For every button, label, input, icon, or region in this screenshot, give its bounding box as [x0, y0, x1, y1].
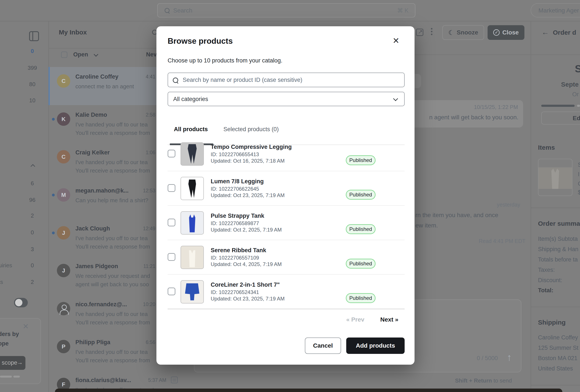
tab-selected-products[interactable]: Selected products (0) — [223, 126, 279, 133]
status-badge: Published — [346, 293, 376, 303]
back-arrow-icon[interactable]: ← — [542, 28, 549, 36]
conversation-time: 6:56 — [146, 339, 155, 345]
close-label: Close — [502, 29, 519, 36]
send-arrow-icon[interactable]: ↑ — [507, 352, 512, 363]
product-updated: Updated: Oct 16, 2025, 7:18 AM — [211, 158, 285, 164]
promo-dot — [0, 376, 12, 378]
item-text: S — [578, 161, 580, 168]
kebab-menu-icon[interactable] — [431, 27, 433, 36]
promo-close-icon[interactable]: ✕ — [23, 322, 29, 331]
rail-count[interactable]: 80 — [25, 81, 40, 88]
tab-all-products[interactable]: All products — [174, 126, 208, 133]
product-updated: Updated: Oct 23, 2025, 7:19 AM — [211, 192, 285, 198]
promo-line2: ope — [0, 340, 9, 347]
rail-count[interactable]: 96 — [25, 197, 40, 203]
rail-toggle[interactable] — [14, 298, 28, 307]
product-checkbox[interactable] — [168, 184, 175, 192]
product-id: ID: 10222706524341 — [211, 289, 259, 295]
product-image-blue-shorts — [180, 280, 204, 303]
char-counter: 0 / 5000 — [477, 355, 498, 362]
product-row[interactable]: Lumen 7/8 Legging ID: 10222706622645 Upd… — [168, 171, 405, 206]
product-checkbox[interactable] — [168, 219, 175, 226]
conversation-time: 10:20 — [143, 301, 155, 307]
read-receipt: Read 4:41 PM EDT — [479, 238, 526, 244]
order-panel-divider — [531, 21, 531, 392]
product-id: ID: 10222706655413 — [211, 151, 259, 157]
conversation-time: 1:06 — [146, 150, 155, 155]
promo-button-label: scope — [2, 360, 17, 366]
prev-page-button[interactable]: « Prev — [346, 316, 364, 323]
next-page-button[interactable]: Next » — [380, 316, 398, 323]
rail-count[interactable]: 6 — [25, 180, 40, 187]
rail-count[interactable]: 399 — [25, 65, 40, 71]
item-text: I — [578, 171, 580, 178]
panel-section-divider — [531, 307, 580, 307]
product-row[interactable]: Pulse Strappy Tank ID: 10222706589877 Up… — [168, 205, 405, 240]
search-icon — [165, 8, 169, 13]
avatar: J — [57, 264, 70, 277]
check-circle-icon: ✓ — [493, 29, 500, 36]
rail-count[interactable]: 0 — [25, 262, 40, 269]
sidebar-toggle-icon[interactable] — [29, 31, 39, 41]
rail-count[interactable]: 2 — [25, 212, 40, 219]
rail-count[interactable]: 10 — [25, 97, 40, 104]
order-item-thumbnail[interactable] — [538, 159, 573, 196]
product-search-field[interactable]: Search by name or product ID (case sensi… — [168, 73, 405, 87]
product-name: Serene Ribbed Tank — [211, 247, 266, 254]
product-checkbox[interactable] — [168, 253, 175, 261]
address-line: United States — [538, 365, 573, 372]
product-id: ID: 10222706622645 — [211, 186, 259, 192]
product-updated: Updated: Oct 4, 2025, 7:19 AM — [211, 261, 282, 267]
product-row[interactable]: Serene Ribbed Tank ID: 10222706557109 Up… — [168, 240, 405, 275]
collapse-chevron-icon[interactable] — [31, 164, 35, 169]
snooze-label: Snooze — [457, 29, 478, 36]
promo-scope-button[interactable]: scope → — [0, 356, 25, 370]
customer-message-line: ew item. — [415, 222, 438, 229]
product-id: ID: 10222706589877 — [211, 220, 259, 226]
day-separator: yesterday — [497, 202, 520, 208]
rail-item-label[interactable]: uiries — [0, 262, 12, 269]
sort-dropdown[interactable]: Nev — [146, 51, 157, 58]
conversation-name: fiona.clarius@klav... — [75, 377, 131, 384]
conversation-time: 11:21 — [143, 263, 155, 269]
order-summary-title: Order summar — [538, 220, 580, 227]
global-search-placeholder: Search — [173, 7, 192, 14]
address-line: Boston MA 021 — [538, 355, 578, 362]
note-icon — [171, 377, 178, 383]
close-conversation-button[interactable]: ✓ Close — [488, 25, 524, 40]
cancel-button[interactable]: Cancel — [305, 338, 341, 354]
product-checkbox[interactable] — [168, 287, 175, 295]
rail-item-label[interactable]: ts — [0, 279, 3, 285]
conversation-name: James Pidgeon — [75, 263, 118, 270]
bottom-bar — [55, 389, 562, 392]
filter-open-dropdown[interactable]: Open — [73, 51, 88, 58]
rail-count-active[interactable]: 0 — [25, 48, 40, 54]
rail-count[interactable]: 3 — [25, 246, 40, 253]
workspace-pill[interactable]: Marketing Ager — [531, 3, 580, 17]
cancel-label: Cancel — [313, 342, 333, 349]
category-dropdown[interactable]: All categories — [168, 92, 405, 106]
conversation-time: 5:37 AM — [148, 377, 166, 383]
select-all-checkbox[interactable] — [61, 51, 67, 58]
conversation-time: 4:41 — [146, 74, 155, 80]
add-products-label: Add products — [356, 342, 395, 349]
expand-icon[interactable]: ↗ — [416, 29, 423, 36]
product-name: Pulse Strappy Tank — [211, 213, 264, 219]
snooze-button[interactable]: ☾ Snooze — [442, 25, 484, 40]
edit-button[interactable]: Ed — [541, 112, 580, 125]
product-image-cream-tank — [180, 246, 204, 269]
global-search-input[interactable]: Search ⌘ K — [157, 3, 415, 17]
rail-count[interactable]: 0 — [25, 229, 40, 236]
search-shortcut: ⌘ K — [397, 7, 409, 14]
status-badge: Published — [346, 259, 376, 268]
search-icon — [173, 78, 178, 83]
order-progress-filled — [541, 105, 575, 107]
avatar: P — [57, 340, 70, 353]
product-row[interactable]: Tempo Compressive Legging ID: 1022270665… — [168, 136, 405, 171]
order-subtitle: Septe — [561, 81, 579, 88]
product-row[interactable]: CoreLiner 2-in-1 Short 7" ID: 1022270652… — [168, 274, 405, 309]
product-checkbox[interactable] — [168, 150, 175, 157]
modal-close-icon[interactable]: ✕ — [393, 37, 400, 45]
add-products-button[interactable]: Add products — [346, 338, 405, 354]
rail-count[interactable]: 2 — [25, 279, 40, 285]
